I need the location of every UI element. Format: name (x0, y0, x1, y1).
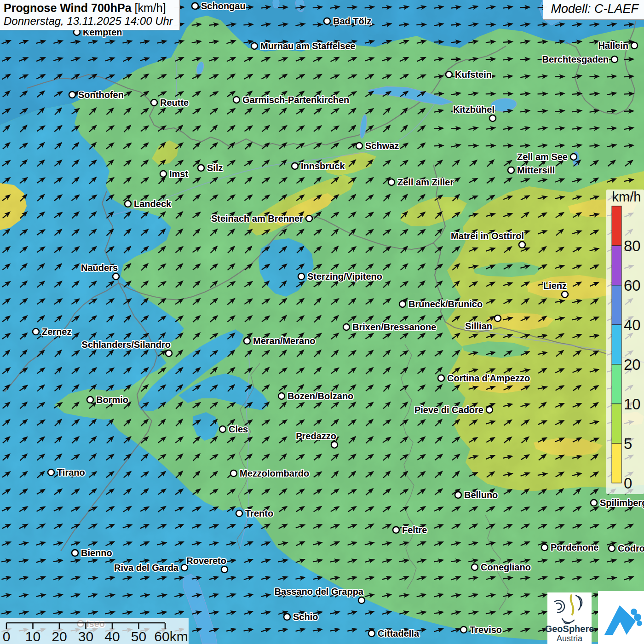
legend-title: km/h (612, 190, 641, 204)
city-label: Conegliano (481, 562, 531, 572)
city-label: Matrei in Osttirol (451, 231, 524, 241)
city-label: Pordenone (551, 542, 598, 552)
city-label: Trento (245, 508, 273, 518)
city-marker (48, 469, 54, 476)
city-marker (69, 92, 75, 98)
city-label: Sterzing/Vipiteno (307, 271, 382, 282)
city-label: Kufstein (455, 69, 492, 80)
city-label: Brixen/Bressanone (352, 322, 436, 332)
legend-swatch (612, 206, 621, 246)
city-label: Predazzo (296, 431, 336, 441)
city-marker (166, 350, 172, 356)
city-marker (343, 324, 350, 330)
city-marker (609, 545, 615, 552)
city-label: Lienz (543, 281, 567, 291)
city-label: Garmisch-Partenkirchen (242, 95, 349, 105)
city-label: Sillian (465, 321, 492, 331)
city-marker (198, 165, 204, 171)
city-label: Nauders (81, 263, 118, 273)
city-marker (251, 43, 258, 49)
city-label: Bormio (96, 395, 128, 405)
city-label: Bozen/Bolzano (288, 391, 353, 401)
city-label: Imst (169, 169, 188, 179)
city-label: Steinach am Brenner (211, 213, 303, 224)
city-label: Cortina d'Ampezzo (447, 373, 530, 383)
legend-swatch (612, 404, 621, 443)
city-marker (358, 597, 365, 604)
city-marker (278, 393, 285, 399)
city-label: Berchtesgaden (542, 54, 609, 64)
city-label: Meran/Merano (253, 336, 316, 346)
lake-ammersee (273, 0, 279, 8)
map-canvas: SchongauBad TölzKemptenMurnau am Staffel… (0, 0, 644, 644)
city-marker (489, 115, 496, 121)
city-marker (324, 18, 330, 24)
scale-label: 30 (78, 629, 93, 644)
city-marker (368, 630, 375, 637)
scale-label: 0 (3, 629, 11, 644)
legend-swatch (612, 325, 621, 364)
legend-swatch (612, 443, 621, 483)
city-label: Tirano (57, 467, 85, 477)
city-marker (508, 167, 514, 173)
city-marker (72, 550, 78, 556)
city-label: Belluno (464, 490, 498, 500)
legend-tick-label: 5 (624, 435, 632, 452)
city-marker (160, 171, 167, 177)
legend-tick-label: 0 (624, 475, 632, 492)
city-label: Bassano del Grappa (275, 586, 364, 597)
city-label: Zell am See (517, 152, 568, 162)
city-label: Landeck (134, 199, 172, 209)
city-label: Rovereto (186, 556, 226, 566)
geosphere-wordmark-country: Austria (557, 634, 583, 643)
legend-tick-label: 80 (624, 237, 641, 254)
city-marker (284, 614, 290, 620)
legend-tick-label: 10 (624, 396, 641, 413)
city-marker (236, 510, 242, 517)
city-label: Zernez (42, 327, 71, 337)
city-label: Zell am Ziller (397, 177, 454, 187)
city-marker (438, 375, 444, 381)
scale-label: 40 (104, 629, 120, 644)
city-label: Murnau am Staffelsee (260, 41, 356, 51)
city-marker (221, 566, 228, 573)
city-marker (87, 397, 93, 403)
city-label: Innsbruck (301, 161, 345, 171)
city-label: Riva del Garda (114, 563, 179, 573)
city-marker (388, 179, 395, 185)
legend-swatch (612, 364, 621, 404)
scale-label: 50 (131, 629, 146, 644)
forecast-title: Prognose Wind 700hPa [km/h] (4, 1, 173, 15)
scale-bar: 0102030405060km (0, 618, 189, 644)
city-label: Schlanders/Silandro (82, 339, 171, 350)
legend-swatch (612, 246, 621, 285)
city-marker (219, 426, 226, 432)
city-marker (33, 328, 39, 335)
city-label: Bruneck/Brunico (408, 299, 483, 309)
city-marker (494, 315, 501, 322)
weather-map-page: SchongauBad TölzKemptenMurnau am Staffel… (0, 0, 644, 644)
city-marker (356, 143, 362, 149)
city-marker (298, 273, 305, 280)
city-marker (541, 544, 548, 551)
city-marker (631, 42, 638, 49)
city-marker (292, 163, 298, 169)
city-marker (460, 627, 467, 633)
city-marker (393, 527, 399, 533)
city-marker (113, 273, 119, 280)
city-label: Sonthofen (78, 90, 124, 100)
city-marker (399, 301, 406, 307)
geosphere-wordmark: GeoSphere (545, 624, 594, 634)
legend-tick-label: 40 (624, 316, 641, 334)
scale-label: 10 (25, 629, 40, 644)
forecast-title-unit: [km/h] (135, 1, 166, 14)
city-label: Hallein (598, 40, 628, 51)
city-marker (125, 201, 131, 207)
city-label: Feltre (402, 525, 427, 535)
city-marker (233, 97, 240, 103)
city-label: Pieve di Cadore (414, 405, 483, 415)
city-marker (570, 154, 577, 160)
city-marker (562, 291, 568, 298)
city-label: Bienno (81, 548, 112, 558)
city-marker (486, 407, 493, 413)
